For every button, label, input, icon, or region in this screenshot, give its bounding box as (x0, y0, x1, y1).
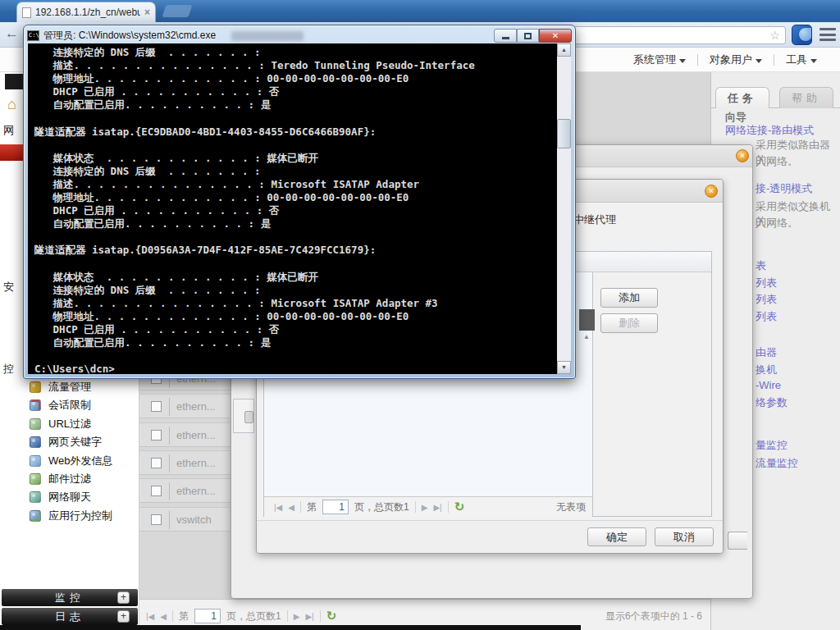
sidebar-item-应用行为控制[interactable]: 应用行为控制 (0, 507, 139, 525)
tab-close-icon[interactable]: × (144, 7, 150, 18)
cmd-title: 管理员: C:\Windows\system32\cmd.exe (43, 29, 216, 43)
cmd-scrollbar[interactable]: ▲ ▼ (557, 43, 571, 374)
app-behavior-icon (30, 510, 41, 522)
row-checkbox[interactable] (151, 486, 162, 496)
wizard-link-route-mode[interactable]: 网络连接-路由模式 (725, 123, 814, 138)
prev-page-icon[interactable]: ◀ (160, 612, 167, 621)
wizard-link-partial[interactable]: 量监控 (756, 438, 788, 453)
web-keyword-icon (30, 436, 41, 448)
bookmark-star-icon[interactable]: ☆ (769, 29, 780, 42)
sidebar-item-会话限制[interactable]: 会话限制 (0, 396, 139, 414)
last-page-icon[interactable]: ▶| (305, 612, 313, 621)
scroll-up-arrow-icon[interactable]: ▲ (583, 333, 590, 340)
wizard-desc-partial: 入网络。 (756, 154, 798, 169)
first-page-icon[interactable]: |◀ (146, 612, 154, 621)
sidebar-group-label-partial[interactable]: 安 (3, 280, 14, 294)
dialog-close-icon[interactable]: ✕ (705, 185, 718, 198)
tab-help[interactable]: 帮助 (779, 87, 833, 108)
cmd-console[interactable]: 连接特定的 DNS 后缀 . . . . . . . : 描述. . . . .… (28, 43, 571, 374)
wizard-link-partial[interactable]: -Wire (756, 379, 781, 391)
new-tab-button[interactable] (162, 5, 193, 17)
row-label: ethern... (176, 457, 216, 469)
expand-plus-icon[interactable]: + (117, 610, 130, 623)
cmd-titlebar[interactable]: C:\ 管理员: C:\Windows\system32\cmd.exe ✕ (27, 28, 572, 43)
page-label: 第 (179, 609, 189, 623)
first-page-icon[interactable]: |◀ (274, 503, 282, 512)
relay-agent-label: 中继代理 (573, 212, 616, 227)
sidebar-item-URL过滤[interactable]: URL过滤 (0, 415, 139, 433)
sidebar-group-监控[interactable]: 监控+ (2, 589, 138, 606)
next-page-icon[interactable]: ▶ (422, 503, 428, 512)
page-total-label: 页，总页数1 (354, 500, 409, 514)
last-page-icon[interactable]: ▶| (433, 503, 441, 512)
mail-filter-icon (30, 473, 41, 485)
dark-cell (579, 309, 595, 331)
tab-title: 192.168.1.1/zh_cn/webu (35, 7, 140, 18)
sidebar-group-label-partial[interactable]: 网 (3, 123, 14, 138)
menu-item[interactable]: 工具 (786, 52, 817, 67)
row-label: ethern... (176, 429, 216, 441)
cmd-icon: C:\ (27, 30, 39, 41)
wizard-link-partial[interactable]: 由器 (756, 345, 777, 360)
sidebar-item-邮件过滤[interactable]: 邮件过滤 (0, 470, 139, 488)
wizard-link-partial[interactable]: 列表 (756, 309, 777, 324)
minimize-icon[interactable] (494, 29, 517, 43)
add-button[interactable]: 添加 (600, 288, 658, 308)
row-checkbox[interactable] (151, 514, 162, 525)
sidebar-item-流量管理[interactable]: 流量管理 (0, 378, 139, 396)
page-number-input[interactable] (322, 500, 349, 514)
home-icon[interactable]: ⌂ (7, 96, 16, 113)
expand-plus-icon[interactable]: + (117, 591, 130, 604)
outer-dialog-button-sliver[interactable] (728, 532, 747, 550)
back-icon[interactable]: ← (5, 25, 19, 42)
selected-menu-item[interactable] (0, 144, 24, 161)
cmd-window[interactable]: C:\ 管理员: C:\Windows\system32\cmd.exe ✕ 连… (23, 25, 576, 379)
prev-page-icon[interactable]: ◀ (288, 503, 294, 512)
page-number-input[interactable] (194, 609, 221, 623)
row-checkbox[interactable] (151, 458, 162, 468)
tab-task[interactable]: 任务 (715, 87, 769, 108)
row-checkbox[interactable] (151, 401, 162, 412)
chevron-down-icon (756, 59, 762, 63)
browser-menu-icon[interactable] (819, 28, 836, 41)
sidebar-group-label-partial[interactable]: 控 (3, 362, 14, 377)
wizard-link-partial[interactable]: 接-透明模式 (756, 181, 812, 196)
scrollbar-thumb[interactable] (557, 119, 571, 148)
cancel-button[interactable]: 取消 (655, 527, 714, 546)
menu-item[interactable]: 系统管理 (633, 52, 686, 67)
table-count-info: 显示6个表项中的 1 - 6 (605, 609, 702, 623)
close-icon[interactable]: ✕ (539, 29, 572, 43)
scroll-up-icon[interactable]: ▲ (557, 43, 571, 57)
traffic-icon (30, 381, 41, 393)
session-limit-icon (30, 399, 41, 411)
row-checkbox[interactable] (151, 430, 162, 441)
sidebar-item-网页关键字[interactable]: 网页关键字 (0, 433, 139, 451)
row-label: ethern... (176, 400, 216, 413)
web-outgoing-icon (30, 455, 41, 467)
refresh-icon[interactable]: ↻ (454, 500, 465, 514)
refresh-icon[interactable]: ↻ (326, 609, 337, 623)
wizard-link-partial[interactable]: 流量监控 (756, 456, 798, 471)
sidebar-item-网络聊天[interactable]: 网络聊天 (0, 488, 139, 506)
wizard-link-partial[interactable]: 络参数 (756, 395, 788, 410)
next-page-icon[interactable]: ▶ (294, 612, 300, 621)
url-filter-icon (30, 418, 41, 430)
row-label: vswitch (176, 514, 212, 526)
outer-dialog-content-sliver (233, 399, 254, 433)
wizard-link-partial[interactable]: 换机 (756, 363, 777, 377)
sidebar-group-日志[interactable]: 日志+ (2, 608, 138, 625)
maximize-icon[interactable] (517, 29, 539, 43)
dialog-footer: 确定 取消 (257, 520, 723, 553)
wizard-link-partial[interactable]: 表 (756, 258, 766, 273)
sidebar-item-Web外发信息[interactable]: Web外发信息 (0, 452, 139, 470)
page-total-label: 页，总页数1 (226, 609, 281, 623)
extension-icon[interactable] (792, 25, 812, 45)
wizard-link-partial[interactable]: 列表 (756, 292, 777, 307)
menu-item[interactable]: 对象用户 (710, 52, 762, 67)
page-favicon-icon (22, 7, 31, 18)
scroll-down-icon[interactable]: ▼ (557, 361, 571, 374)
browser-tab[interactable]: 192.168.1.1/zh_cn/webu × (16, 2, 156, 22)
outer-dialog-close-icon[interactable]: ✕ (736, 149, 749, 162)
wizard-link-partial[interactable]: 列表 (756, 276, 777, 290)
ok-button[interactable]: 确定 (587, 527, 646, 546)
